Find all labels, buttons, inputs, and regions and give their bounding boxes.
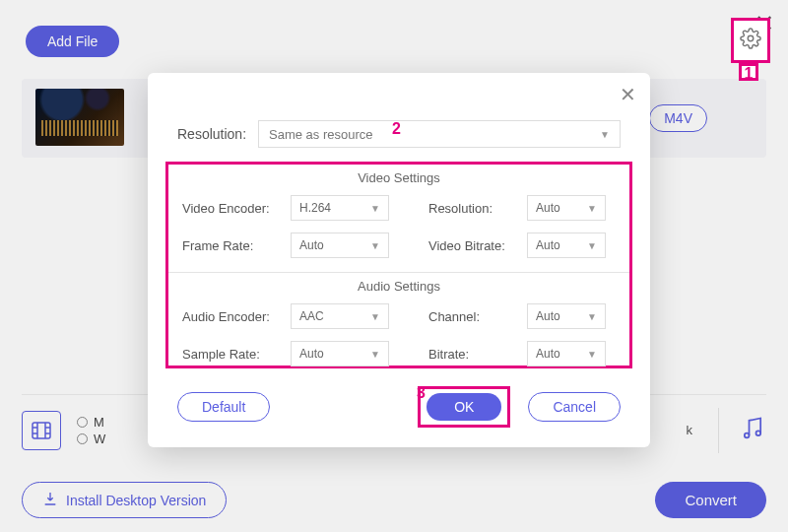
video-encoder-select[interactable]: H.264▼ [291, 195, 389, 221]
settings-gear-highlight [731, 18, 770, 63]
resolution-select[interactable]: Same as resource ▼ [258, 120, 621, 148]
modal-button-row: Default OK Cancel [177, 386, 621, 428]
chevron-down-icon: ▼ [587, 203, 597, 214]
video-bitrate-select[interactable]: Auto▼ [527, 233, 606, 258]
format-radio-2-label: W [94, 432, 105, 446]
audio-encoder-label: Audio Encoder: [182, 309, 291, 324]
format-radio-group: M W [77, 413, 105, 448]
divider [168, 272, 629, 273]
gear-icon[interactable] [740, 28, 761, 53]
channel-label: Channel: [428, 309, 527, 324]
chevron-down-icon: ▼ [370, 203, 380, 214]
format-button[interactable]: M4V [649, 104, 707, 132]
audio-bitrate-value: Auto [536, 347, 560, 361]
audio-bitrate-select[interactable]: Auto▼ [527, 341, 606, 366]
format-radio-1-label: M [94, 415, 104, 430]
format-radio-1[interactable]: M [77, 415, 105, 430]
chevron-down-icon: ▼ [587, 349, 597, 360]
chevron-down-icon: ▼ [587, 240, 597, 251]
divider [718, 408, 719, 453]
video-bitrate-label: Video Bitrate: [428, 238, 527, 253]
ok-button[interactable]: OK [427, 393, 501, 421]
chevron-down-icon: ▼ [370, 240, 380, 251]
format-radio-2[interactable]: W [77, 432, 105, 446]
frame-rate-value: Auto [299, 238, 324, 252]
resolution-label: Resolution: [177, 126, 246, 142]
video-bitrate-value: Auto [536, 238, 560, 252]
default-button[interactable]: Default [177, 392, 270, 422]
ok-highlight: OK [418, 386, 510, 428]
audio-encoder-value: AAC [299, 309, 324, 323]
frame-rate-label: Frame Rate: [182, 238, 291, 253]
video-resolution-label: Resolution: [428, 201, 527, 216]
download-icon [42, 491, 58, 509]
audio-settings-title: Audio Settings [182, 279, 616, 294]
channel-value: Auto [536, 309, 560, 323]
annotation-1: 1 [739, 63, 758, 81]
annotation-2: 2 [392, 120, 401, 138]
install-desktop-button[interactable]: Install Desktop Version [22, 482, 227, 518]
video-format-icon[interactable] [22, 411, 61, 450]
video-resolution-value: Auto [536, 201, 560, 215]
svg-point-0 [748, 35, 754, 41]
annotation-3: 3 [417, 384, 426, 402]
sample-rate-select[interactable]: Auto▼ [291, 341, 389, 366]
chevron-down-icon: ▼ [587, 311, 597, 322]
chevron-down-icon: ▼ [370, 311, 380, 322]
sample-rate-value: Auto [299, 347, 324, 361]
resolution-value: Same as resource [269, 127, 373, 142]
channel-select[interactable]: Auto▼ [527, 303, 606, 329]
modal-close-icon[interactable]: ✕ [620, 83, 636, 106]
svg-rect-1 [33, 423, 50, 438]
settings-panel-highlight: Video Settings Video Encoder: H.264▼ Res… [165, 162, 632, 368]
music-icon[interactable] [739, 415, 766, 446]
video-encoder-label: Video Encoder: [182, 201, 291, 216]
video-settings-title: Video Settings [182, 170, 616, 185]
add-file-button[interactable]: Add File [26, 26, 119, 57]
video-resolution-select[interactable]: Auto▼ [527, 195, 606, 221]
install-desktop-label: Install Desktop Version [66, 493, 206, 508]
chevron-down-icon: ▼ [600, 129, 610, 140]
cancel-button[interactable]: Cancel [528, 392, 621, 422]
svg-point-8 [745, 432, 750, 437]
chevron-down-icon: ▼ [370, 349, 380, 360]
audio-bitrate-label: Bitrate: [428, 347, 527, 362]
convert-button[interactable]: Convert [655, 482, 766, 518]
frame-rate-select[interactable]: Auto▼ [291, 233, 389, 258]
truncated-text: k [687, 423, 693, 437]
video-encoder-value: H.264 [299, 201, 331, 215]
video-thumbnail[interactable] [35, 89, 124, 146]
sample-rate-label: Sample Rate: [182, 347, 291, 362]
audio-encoder-select[interactable]: AAC▼ [291, 303, 389, 329]
svg-point-9 [756, 431, 761, 435]
